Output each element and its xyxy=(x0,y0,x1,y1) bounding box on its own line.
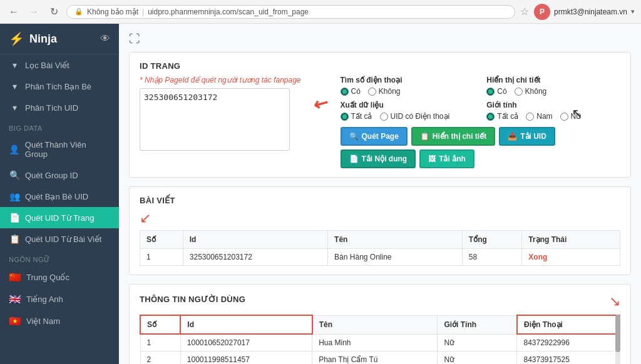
vn-flag-icon: 🇻🇳 xyxy=(9,315,21,327)
hien-thi-khong[interactable]: Không xyxy=(515,87,547,96)
ninja-logo-icon: ⚡ xyxy=(9,31,24,46)
bai-viet-panel: BÀI VIẾT ↙ Số Id Tên Tổng Trạng Thái xyxy=(129,186,631,275)
hien-thi-chi-tiet-button[interactable]: 📋 Hiển thị chi tiết xyxy=(411,127,495,146)
gioi-tinh-nu[interactable]: Nữ xyxy=(560,112,582,121)
user-menu-arrow[interactable]: ▾ xyxy=(631,8,635,16)
user-avatar: P xyxy=(534,4,550,20)
address-bar[interactable]: 🔒 Không bảo mật | uidpro.phanmemninja.co… xyxy=(66,5,515,19)
cell-ten: Phan Thị Cẩm Tú xyxy=(312,351,438,365)
sidebar-item-phan-tich-uid[interactable]: ▾ Phân Tích UID xyxy=(0,97,119,118)
back-button[interactable]: ← xyxy=(6,4,21,19)
tai-uid-button[interactable]: 📥 Tải UID xyxy=(499,127,555,146)
user-col-id: Id xyxy=(180,315,312,334)
hien-thi-group: Hiển thị chi tiết Có Không xyxy=(486,76,620,96)
page-id-textarea[interactable]: 325300651203172 xyxy=(140,88,290,151)
col-so: Số xyxy=(140,231,183,249)
gioi-tinh-group: Giới tính Tất cả Nam Nữ xyxy=(486,101,620,121)
gioi-tinh-nam[interactable]: Nam xyxy=(526,112,552,121)
cell-so: 2 xyxy=(140,351,180,365)
sidebar-item-loc-bai-viet[interactable]: ▾ Lọc Bài Viết xyxy=(0,54,119,76)
scrollbar-thumb[interactable] xyxy=(615,315,620,352)
cell-dt: 84372922996 xyxy=(517,334,620,351)
browser-bar: ← → ↻ 🔒 Không bảo mật | uidpro.phanmemni… xyxy=(0,0,641,24)
cell-gt: Nữ xyxy=(438,351,517,365)
cell-dt: 84373917525 xyxy=(517,351,620,365)
cell-trang-thai[interactable]: Xong xyxy=(522,249,620,266)
app-name: Ninja xyxy=(29,33,57,46)
table-row: 2 100011998511457 Phan Thị Cẩm Tú Nữ 843… xyxy=(140,351,620,365)
sidebar-item-quet-thanh-vien[interactable]: 👤 Quét Thành Viên Group xyxy=(0,134,119,164)
thong-tin-table: Số Id Tên Giới Tính Điện Thoại 1 1000106… xyxy=(140,315,620,364)
refresh-button[interactable]: ↻ xyxy=(46,4,61,19)
tim-so-dt-khong[interactable]: Không xyxy=(368,87,401,96)
quet-page-button[interactable]: 🔍 Quét Page xyxy=(341,127,408,146)
gioi-tinh-tat-ca[interactable]: Tất cả xyxy=(486,112,518,121)
sidebar-item-quet-uid-trang[interactable]: 📄 Quét UID Từ Trang xyxy=(0,207,119,228)
tai-noi-dung-button[interactable]: 📄 Tải Nội dung xyxy=(341,149,416,168)
toggle-sidebar-icon[interactable]: 👁 xyxy=(100,33,110,44)
download-content-icon: 📄 xyxy=(349,154,359,163)
sidebar-label: Quét UID Từ Bài Viết xyxy=(25,235,101,244)
arrow-to-textarea: ↗ xyxy=(309,92,332,117)
xuat-du-lieu-label: Xuất dữ liệu xyxy=(341,101,474,109)
cell-ten: Hua Minh xyxy=(312,334,438,351)
detail-icon: 📋 xyxy=(420,132,429,141)
search-icon: 🔍 xyxy=(349,132,359,141)
url-text: uidpro.phanmemninja.com/scan_uid_from_pa… xyxy=(148,8,309,16)
bookmark-button[interactable]: ☆ xyxy=(520,6,529,18)
sidebar-label: Quét Bạn Bè UID xyxy=(25,192,88,201)
hint-text: * Nhập PageId để quét người tương tác fa… xyxy=(140,76,301,84)
col-tong: Tổng xyxy=(462,231,522,249)
lang-english[interactable]: 🇬🇧 Tiếng Anh xyxy=(0,288,119,310)
tim-so-dt-co[interactable]: Có xyxy=(341,87,361,96)
members-icon: 👤 xyxy=(9,144,20,154)
thong-tin-panel: THÔNG TIN NGƯỜI DÙNG ↘ Số Id Tên Giới Tí… xyxy=(129,284,631,364)
hien-thi-co[interactable]: Có xyxy=(486,87,506,96)
options-area: Tìm số điện thoại Có Không xyxy=(341,76,621,168)
language-section-title: NGÔN NGỮ xyxy=(0,250,119,266)
sidebar-label: Lọc Bài Viết xyxy=(25,61,69,70)
main-content: ⛶ ID TRANG * Nhập PageId để quét người t… xyxy=(119,24,641,364)
table-row: 1 100010652027017 Hua Minh Nữ 8437292299… xyxy=(140,334,620,351)
cell-so: 1 xyxy=(140,334,180,351)
filter-icon: ▾ xyxy=(9,60,20,70)
lock-icon: 🔒 xyxy=(74,8,83,16)
big-data-section-title: BIG DATA xyxy=(0,118,119,134)
analyze-uid-icon: ▾ xyxy=(9,103,20,113)
col-id: Id xyxy=(183,231,327,249)
cell-gt: Nữ xyxy=(438,334,517,351)
tai-anh-button[interactable]: 🖼 Tải ảnh xyxy=(419,149,474,168)
post-uid-icon: 📋 xyxy=(9,234,20,244)
xuat-tat-ca[interactable]: Tất cả xyxy=(341,112,372,121)
sidebar-item-quet-ban-be[interactable]: 👥 Quét Bạn Bè UID xyxy=(0,186,119,207)
expand-icon[interactable]: ⛶ xyxy=(129,33,140,45)
xuat-du-lieu-group: Xuất dữ liệu Tất cả UID có Điện thoại xyxy=(341,101,474,121)
xuat-uid-co-dt[interactable]: UID có Điện thoại xyxy=(380,112,450,121)
download-uid-icon: 📥 xyxy=(508,132,517,141)
uk-flag-icon: 🇬🇧 xyxy=(9,293,21,305)
hien-thi-label: Hiển thị chi tiết xyxy=(486,76,620,84)
sidebar-item-quet-group-id[interactable]: 🔍 Quét Group ID xyxy=(0,164,119,186)
sidebar-label: Phân Tích Bạn Bè xyxy=(25,82,91,91)
forward-button[interactable]: → xyxy=(26,4,41,19)
sidebar-item-quet-uid-bai-viet[interactable]: 📋 Quét UID Từ Bài Viết xyxy=(0,228,119,250)
cell-tong: 58 xyxy=(462,249,522,266)
tim-so-dt-label: Tìm số điện thoại xyxy=(341,76,474,84)
user-col-ten: Tên xyxy=(312,315,438,334)
thong-tin-title: THÔNG TIN NGƯỜI DÙNG xyxy=(140,295,245,304)
id-trang-title: ID TRANG xyxy=(140,61,620,71)
sidebar-label: Quét Thành Viên Group xyxy=(25,140,110,159)
tim-so-dt-group: Tìm số điện thoại Có Không xyxy=(341,76,474,96)
lang-vietnamese[interactable]: 🇻🇳 Việt Nam xyxy=(0,310,119,332)
group-id-icon: 🔍 xyxy=(9,170,20,180)
action-buttons: 🔍 Quét Page 📋 Hiển thị chi tiết 📥 Tải UI… xyxy=(341,127,621,168)
user-col-gioi-tinh: Giới Tính xyxy=(438,315,517,334)
sidebar-item-phan-tich-ban-be[interactable]: ▾ Phân Tích Bạn Bè xyxy=(0,76,119,97)
sidebar: ⚡ Ninja 👁 ▾ Lọc Bài Viết ▾ Phân Tích Bạn… xyxy=(0,24,119,364)
page-id-input-area: * Nhập PageId để quét người tương tác fa… xyxy=(140,76,301,168)
id-trang-panel: ID TRANG * Nhập PageId để quét người tươ… xyxy=(129,52,631,178)
cell-so: 1 xyxy=(140,249,183,266)
cell-id: 100010652027017 xyxy=(180,334,312,351)
lang-chinese[interactable]: 🇨🇳 Trung Quốc xyxy=(0,266,119,288)
table-row: 1 325300651203172 Bán Hàng Online 58 Xon… xyxy=(140,249,620,266)
